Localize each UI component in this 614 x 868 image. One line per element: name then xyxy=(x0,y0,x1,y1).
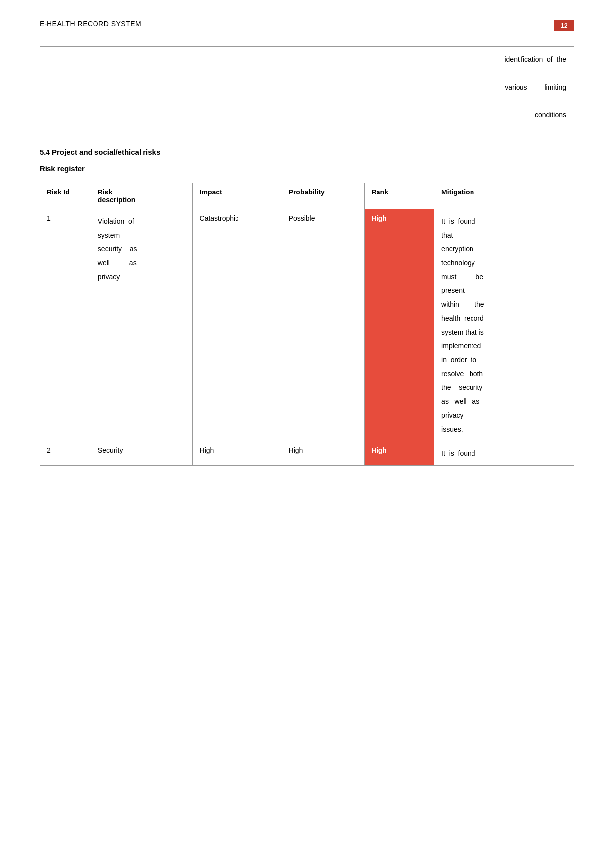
section-heading: 5.4 Project and social/ethical risks xyxy=(40,148,574,156)
sub-heading: Risk register xyxy=(40,164,574,173)
col-header-probability: Probability xyxy=(282,183,364,209)
partial-cell-1 xyxy=(40,47,132,128)
partial-cell-3 xyxy=(261,47,390,128)
risk-desc-cell: Violation of system security as well as … xyxy=(91,209,192,441)
partial-mitigation-text: identification of the various limiting c… xyxy=(398,52,566,122)
risk-register-table: Risk Id Risk description Impact Probabil… xyxy=(40,183,574,466)
document-title: E-HEALTH RECORD SYSTEM xyxy=(40,20,141,28)
impact-cell: Catastrophic xyxy=(192,209,282,441)
probability-cell: High xyxy=(282,441,364,466)
risk-desc-cell: Security xyxy=(91,441,192,466)
table-header-row: Risk Id Risk description Impact Probabil… xyxy=(40,183,574,209)
continuation-table: identification of the various limiting c… xyxy=(40,46,574,128)
col-header-risk-desc: Risk description xyxy=(91,183,192,209)
probability-cell: Possible xyxy=(282,209,364,441)
partial-cell-2 xyxy=(132,47,261,128)
rank-cell: High xyxy=(364,441,434,466)
mitigation-cell: It is found that encryption technology m… xyxy=(434,209,574,441)
col-header-mitigation: Mitigation xyxy=(434,183,574,209)
col-header-impact: Impact xyxy=(192,183,282,209)
table-row: 2 Security High High High It is found xyxy=(40,441,574,466)
page-number: 12 xyxy=(554,20,574,31)
table-row: 1 Violation of system security as well a… xyxy=(40,209,574,441)
risk-id-cell: 2 xyxy=(40,441,91,466)
col-header-risk-id: Risk Id xyxy=(40,183,91,209)
col-header-rank: Rank xyxy=(364,183,434,209)
risk-id-cell: 1 xyxy=(40,209,91,441)
partial-cell-mitigation: identification of the various limiting c… xyxy=(390,47,574,128)
mitigation-cell: It is found xyxy=(434,441,574,466)
rank-cell: High xyxy=(364,209,434,441)
impact-cell: High xyxy=(192,441,282,466)
